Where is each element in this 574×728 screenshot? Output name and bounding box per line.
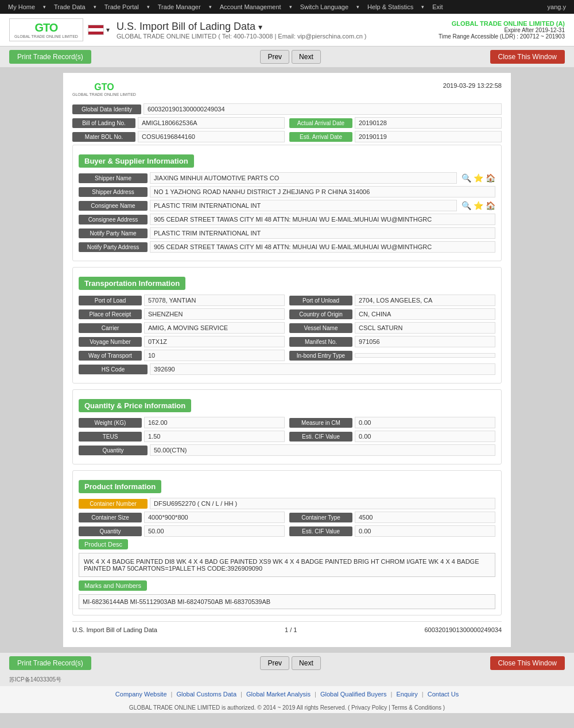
footer-id: 6003201901300000249034 xyxy=(424,626,502,633)
weight-half: Weight (KG) 162.00 xyxy=(79,417,285,428)
quantity2-label: Quantity xyxy=(79,526,142,536)
logo-area: GTO GLOBAL TRADE ONLINE LIMITED ▾ xyxy=(9,18,110,41)
mater-bol-value: COSU6196844160 xyxy=(138,131,285,142)
home-icon[interactable]: 🏠 xyxy=(486,173,495,183)
product-desc-button[interactable]: Product Desc xyxy=(79,539,128,549)
container-number-value: DFSU6952270 ( CN / L / HH ) xyxy=(150,498,495,509)
buyer-supplier-header: Buyer & Supplier Information xyxy=(79,154,194,168)
nav-account-management[interactable]: Account Management xyxy=(216,2,285,11)
vessel-name-value: CSCL SATURN xyxy=(355,322,495,334)
close-window-button[interactable]: Close This Window xyxy=(490,50,565,64)
product-info-header: Product Information xyxy=(79,480,161,493)
teus-half: TEUS 1.50 xyxy=(79,431,285,442)
bottom-close-button[interactable]: Close This Window xyxy=(490,656,565,670)
nav-trade-data[interactable]: Trade Data xyxy=(51,2,89,11)
quantity2-value: 50.00 xyxy=(144,525,285,537)
shipper-name-row: Shipper Name JIAXING MINHUI AUTOMOTIVE P… xyxy=(79,172,495,184)
consignee-name-label: Consignee Name xyxy=(79,201,148,211)
place-receipt-half: Place of Receipt SHENZHEN xyxy=(79,308,285,320)
consignee-name-row: Consignee Name PLASTIC TRIM INTERNATIONA… xyxy=(79,200,495,211)
nav-my-home[interactable]: My Home xyxy=(5,2,38,11)
star-icon-2[interactable]: ⭐ xyxy=(474,201,483,210)
measure-in-cm-value: 0.00 xyxy=(355,417,495,428)
contact-us-link[interactable]: Contact Us xyxy=(428,691,459,698)
arrival-date-half: Actual Arrival Date 20190128 xyxy=(289,117,502,129)
quantity-value: 50.00(CTN) xyxy=(150,444,495,456)
teus-cif-row: TEUS 1.50 Esti. CIF Value 0.00 xyxy=(79,431,495,442)
star-icon[interactable]: ⭐ xyxy=(474,173,483,183)
voyage-manifest-row: Voyage Number 0TX1Z Manifest No. 971056 xyxy=(79,336,495,347)
hs-code-label: HS Code xyxy=(79,365,148,374)
mater-bol-half: Mater BOL No. COSU6196844160 xyxy=(72,131,285,142)
consignee-name-value: PLASTIC TRIM INTERNATIONAL INT xyxy=(150,200,457,211)
marks-numbers-button[interactable]: Marks and Numbers xyxy=(79,580,147,591)
mater-bol-row: Mater BOL No. COSU6196844160 Esti. Arriv… xyxy=(72,131,502,142)
record-header: GTO GLOBAL TRADE ONLINE LIMITED 2019-03-… xyxy=(72,82,502,96)
enquiry-link[interactable]: Enquiry xyxy=(396,691,417,698)
receipt-origin-row: Place of Receipt SHENZHEN Country of Ori… xyxy=(79,308,495,320)
quantity2-half: Quantity 50.00 xyxy=(79,525,285,537)
nav-help-statistics[interactable]: Help & Statistics xyxy=(364,2,417,11)
carrier-label: Carrier xyxy=(79,323,142,333)
company-website-link[interactable]: Company Website xyxy=(115,691,167,698)
product-desc-button-row: Product Desc xyxy=(79,539,495,549)
actual-arrival-date-label: Actual Arrival Date xyxy=(289,118,352,128)
weight-kg-label: Weight (KG) xyxy=(79,418,142,428)
carrier-half: Carrier AMIG, A MOVING SERVICE xyxy=(79,322,285,334)
transport-entry-row: Way of Transport 10 In-bond Entry Type xyxy=(79,350,495,361)
icp-number: 苏ICP备14033305号 xyxy=(9,676,61,684)
hs-code-value: 392690 xyxy=(150,363,495,375)
nav-trade-manager[interactable]: Trade Manager xyxy=(154,2,204,11)
bol-half: Bill of Lading No. AMIGL180662536A xyxy=(72,117,285,129)
prev-button[interactable]: Prev xyxy=(260,50,289,64)
shipper-icons: 🔍 ⭐ 🏠 xyxy=(461,173,495,183)
global-customs-link[interactable]: Global Customs Data xyxy=(177,691,237,698)
print-trade-record-button[interactable]: Print Trade Record(s) xyxy=(9,50,91,64)
bottom-print-button[interactable]: Print Trade Record(s) xyxy=(9,656,91,670)
header-right: GLOBAL TRADE ONLINE LIMITED (A) Expire A… xyxy=(439,20,565,40)
container-type-label: Container Type xyxy=(289,513,352,522)
flag-dropdown-icon[interactable]: ▾ xyxy=(106,26,110,34)
product-desc-text: WK 4 X 4 BADGE PAINTED DI8 WK 4 X 4 BAD … xyxy=(79,553,495,577)
nav-trade-portal[interactable]: Trade Portal xyxy=(101,2,142,11)
esti-arrival-date-value: 20190119 xyxy=(355,131,502,142)
container-size-value: 4000*900*800 xyxy=(144,512,285,523)
next-button[interactable]: Next xyxy=(292,50,321,64)
container-type-half: Container Type 4500 xyxy=(289,512,495,523)
esti-cif-value2-label: Esti. CIF Value xyxy=(289,526,352,536)
teus-label: TEUS xyxy=(79,432,142,442)
container-size-type-row: Container Size 4000*900*800 Container Ty… xyxy=(79,512,495,523)
esti-cif-value-label: Esti. CIF Value xyxy=(289,432,352,442)
bottom-prev-button[interactable]: Prev xyxy=(260,656,289,670)
container-size-label: Container Size xyxy=(79,513,142,522)
nav-exit[interactable]: Exit xyxy=(429,2,446,11)
transportation-header: Transportation Information xyxy=(79,277,185,290)
notify-party-address-value: 905 CEDAR STREET TAWAS CITY MI 48 ATTN: … xyxy=(150,241,495,253)
country-of-origin-value: CN, CHINA xyxy=(355,308,495,320)
footer-left: U.S. Import Bill of Lading Data xyxy=(72,626,157,633)
footer-copyright: GLOBAL TRADE ONLINE LIMITED is authorize… xyxy=(0,702,574,713)
way-of-transport-label: Way of Transport xyxy=(79,351,142,361)
nav-switch-language[interactable]: Switch Language xyxy=(297,2,352,11)
bottom-next-button[interactable]: Next xyxy=(292,656,321,670)
top-action-bar: Print Trade Record(s) Prev Next Close Th… xyxy=(0,47,574,67)
global-data-identity-value: 6003201901300000249034 xyxy=(144,103,502,115)
bol-arrival-row: Bill of Lading No. AMIGL180662536A Actua… xyxy=(72,117,502,129)
logo-box: GTO GLOBAL TRADE ONLINE LIMITED xyxy=(9,18,83,41)
home-icon-2[interactable]: 🏠 xyxy=(486,201,495,210)
mater-bol-label: Mater BOL No. xyxy=(72,132,135,142)
measure-half: Measure in CM 0.00 xyxy=(289,417,495,428)
flag-area: ▾ xyxy=(88,25,110,35)
voyage-half: Voyage Number 0TX1Z xyxy=(79,336,285,347)
voyage-number-label: Voyage Number xyxy=(79,337,142,347)
hs-code-row: HS Code 392690 xyxy=(79,363,495,375)
manifest-no-value: 971056 xyxy=(355,336,495,347)
search-icon[interactable]: 🔍 xyxy=(461,173,471,183)
global-qualified-link[interactable]: Global Qualified Buyers xyxy=(320,691,387,698)
global-market-link[interactable]: Global Market Analysis xyxy=(246,691,311,698)
port-unload-half: Port of Unload 2704, LOS ANGELES, CA xyxy=(289,295,495,306)
title-dropdown-icon[interactable]: ▾ xyxy=(258,22,262,32)
record-logo: GTO GLOBAL TRADE ONLINE LIMITED xyxy=(72,82,136,96)
search-icon-2[interactable]: 🔍 xyxy=(461,201,471,210)
weight-measure-row: Weight (KG) 162.00 Measure in CM 0.00 xyxy=(79,417,495,428)
